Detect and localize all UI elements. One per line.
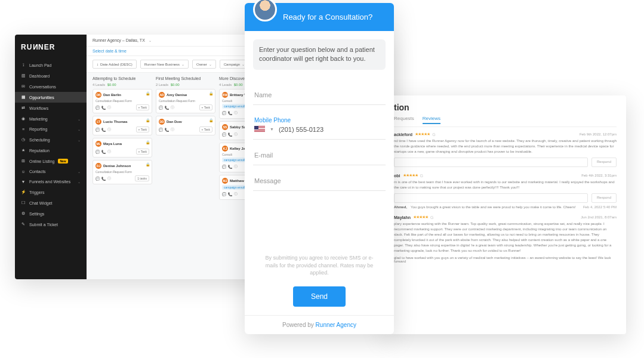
info-icon[interactable]: ⓘ — [171, 105, 174, 110]
info-icon[interactable]: ⓘ — [107, 105, 111, 110]
sidebar-item-opportunities[interactable]: ▦Opportunities — [15, 92, 87, 103]
sidebar-item-chat-widget[interactable]: ☐Chat Widget — [15, 197, 87, 208]
flag-icon[interactable] — [254, 126, 265, 132]
task-button[interactable]: + Task — [136, 149, 150, 155]
info-icon[interactable]: ⓘ — [171, 127, 174, 132]
avatar: MJ — [222, 178, 228, 184]
avatar — [253, 0, 277, 21]
phone-icon[interactable]: 📞 — [101, 128, 106, 132]
phone-icon[interactable]: 📞 — [101, 150, 106, 154]
task-button[interactable]: + Task — [199, 104, 213, 110]
chat-icon[interactable]: 💬 — [222, 165, 226, 169]
message-field[interactable]: Message — [253, 171, 386, 191]
phone-icon[interactable]: 📞 — [101, 177, 106, 181]
sidebar-item-label: Triggers — [29, 190, 44, 195]
sidebar-item-submit-a-ticket[interactable]: ✎Submit a Ticket — [15, 219, 87, 230]
phone-field[interactable]: Mobile Phone ▼ (201) 555-0123 — [253, 111, 386, 140]
reply-input[interactable] — [394, 193, 588, 203]
lead-card[interactable]: 🔒ADAmy DeniseConsultation Request Form💬📞… — [156, 89, 215, 113]
lead-source: Consultation Request Form — [95, 170, 149, 174]
lead-card[interactable]: 🔒DDDan Dow💬📞ⓘ+ Task — [156, 116, 215, 135]
sidebar-item-triggers[interactable]: ⚡Triggers — [15, 187, 87, 197]
lead-card[interactable]: 🔒MLMaya Luna💬📞ⓘ+ Task — [93, 138, 152, 158]
select-date-tab[interactable]: Select date & time — [93, 49, 127, 53]
chevron-down-icon: ⌄ — [149, 38, 152, 42]
lead-name: Maya Luna — [103, 142, 122, 146]
logo: RUNNER — [15, 39, 87, 60]
chat-icon[interactable]: 💬 — [222, 111, 226, 115]
phone-icon[interactable]: 📞 — [228, 132, 232, 137]
chat-icon[interactable]: 💬 — [222, 192, 226, 196]
chat-icon[interactable]: 💬 — [95, 128, 100, 132]
chat-icon[interactable]: 💬 — [95, 177, 100, 181]
powered-by-label: Powered by — [282, 322, 314, 328]
email-field[interactable]: E-mail — [253, 146, 386, 165]
sidebar-item-marketing[interactable]: ◉Marketing⌄ — [15, 113, 87, 124]
sidebar-item-reputation[interactable]: ★Reputation — [15, 145, 87, 156]
task-button[interactable]: + Task — [136, 126, 150, 132]
info-icon[interactable]: ⓘ — [107, 127, 111, 132]
filter-runner-new-business[interactable]: Runner New Business⌄ — [140, 60, 189, 69]
sidebar-item-launch-pad[interactable]: ⟟Launch Pad — [15, 60, 87, 70]
info-icon[interactable]: ⓘ — [107, 176, 111, 181]
info-icon[interactable]: ⓘ — [234, 164, 238, 169]
lead-card[interactable]: 🔒LTLucio Thomas💬📞ⓘ+ Task — [93, 116, 152, 135]
sidebar-item-reporting[interactable]: ≡Reporting⌄ — [15, 124, 87, 134]
reporting-icon: ≡ — [21, 127, 26, 131]
sidebar-item-dashboard[interactable]: ▥Dashboard — [15, 70, 87, 81]
filter-date-added-desc-[interactable]: ↕Date Added (DESC) — [93, 60, 137, 69]
sidebar-item-conversations[interactable]: ✉Conversations — [15, 81, 87, 92]
chat-title: Ready for a Consultation? — [283, 13, 372, 21]
settings-icon: ⚙ — [21, 211, 26, 216]
lead-card[interactable]: 🔒DBDan BerlinConsultation Request Form💬📞… — [93, 89, 152, 113]
task-button[interactable]: 1 tasks — [135, 175, 149, 181]
sidebar-item-scheduling[interactable]: ◷Scheduling⌄ — [15, 134, 87, 145]
chat-icon[interactable]: 💬 — [95, 106, 100, 110]
location-dropdown[interactable]: Runner Agency – Dallas, TX — [93, 38, 145, 42]
phone-icon[interactable]: 📞 — [101, 106, 106, 110]
task-button[interactable]: + Task — [199, 126, 213, 132]
phone-value[interactable]: (201) 555-0123 — [279, 126, 323, 133]
brand-link[interactable]: Runner Agency — [316, 322, 356, 328]
sidebar-item-contacts[interactable]: ☺Contacts⌄ — [15, 166, 87, 177]
sort-icon: ↕ — [97, 63, 98, 66]
avatar: ML — [95, 141, 101, 147]
phone-icon[interactable]: 📞 — [228, 165, 232, 169]
chat-icon[interactable]: 💬 — [159, 106, 163, 110]
lead-name: Amy Denise — [167, 93, 187, 97]
google-icon: G — [430, 215, 433, 220]
info-icon[interactable]: ⓘ — [234, 132, 238, 137]
tab-requests[interactable]: Requests — [394, 116, 414, 124]
chevron-down-icon: ⌄ — [78, 169, 81, 174]
send-button[interactable]: Send — [293, 286, 346, 307]
sidebar-item-settings[interactable]: ⚙Settings — [15, 208, 87, 219]
sidebar-item-label: Scheduling — [29, 138, 50, 142]
phone-icon[interactable]: 📞 — [228, 111, 232, 115]
lock-icon: 🔒 — [146, 91, 150, 95]
chevron-down-icon: ⌄ — [209, 62, 212, 66]
phone-icon[interactable]: 📞 — [228, 192, 232, 196]
respond-button[interactable]: Respond — [591, 193, 617, 203]
lead-card[interactable]: 🔒DJDenise JohnsonConsultation Request Fo… — [93, 160, 152, 184]
phone-icon[interactable]: 📞 — [165, 106, 169, 110]
info-icon[interactable]: ⓘ — [234, 110, 238, 116]
lead-source: Consultation Request Form — [159, 99, 212, 103]
chat-icon[interactable]: 💬 — [222, 132, 226, 137]
respond-button[interactable]: Respond — [591, 158, 617, 167]
avatar: BW — [222, 92, 228, 98]
lead-name: Dan Dow — [167, 120, 182, 124]
sidebar-item-label: Marketing — [29, 117, 48, 121]
info-icon[interactable]: ⓘ — [107, 149, 111, 155]
info-icon[interactable]: ⓘ — [234, 192, 238, 197]
reply-input[interactable] — [394, 158, 588, 167]
tab-reviews[interactable]: Reviews — [423, 116, 440, 124]
chat-icon[interactable]: 💬 — [159, 128, 163, 132]
filter-owner[interactable]: Owner⌄ — [192, 60, 216, 69]
sidebar-item-online-listing[interactable]: ⊞Online ListingNew — [15, 156, 87, 166]
task-button[interactable]: + Task — [136, 104, 150, 110]
sidebar-item-funnels-and-websites[interactable]: ▼Funnels and Websites⌄ — [15, 177, 87, 187]
name-field[interactable]: Name — [253, 85, 386, 105]
chat-icon[interactable]: 💬 — [95, 150, 100, 154]
sidebar-item-workflows[interactable]: ⇄Workflows — [15, 103, 87, 113]
phone-icon[interactable]: 📞 — [165, 128, 169, 132]
